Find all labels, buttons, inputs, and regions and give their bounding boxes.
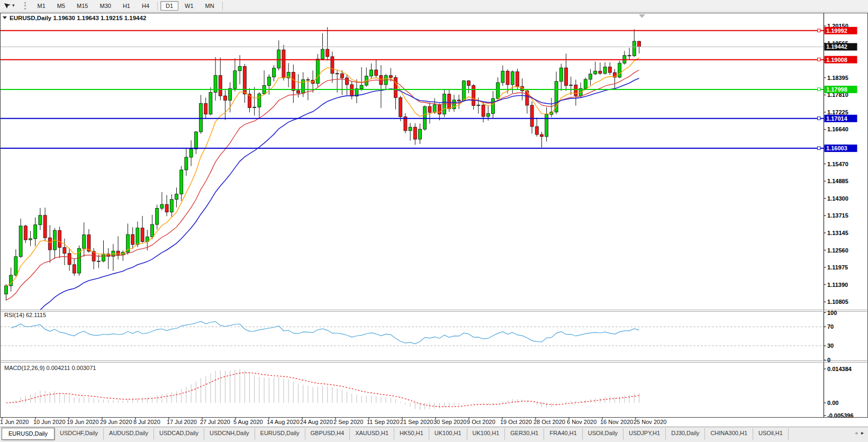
candle-body (326, 49, 329, 57)
level-price-label: 1.19992 (826, 28, 847, 34)
chart-tab-usdjpy-h1[interactable]: USDJPY,H1 (623, 428, 666, 440)
date-tick-label: 30 Sep 2020 (433, 419, 466, 425)
level-line-handle (818, 29, 821, 32)
date-axis: 1 Jun 202010 Jun 202019 Jun 202029 Jun 2… (0, 418, 666, 426)
chart-title: EURUSD,Daily 1.19630 1.19643 1.19215 1.1… (10, 15, 146, 21)
chart-tab-usoil-h1[interactable]: USOil,H1 (753, 428, 789, 440)
price-tick-label: 1.12560 (827, 247, 848, 254)
date-tick-label: 9 Oct 2020 (467, 419, 495, 425)
price-tick-label: 1.14300 (827, 195, 848, 202)
candle-body (316, 59, 319, 83)
chart-tab-gbpusd-h4[interactable]: GBPUSD,H4 (305, 428, 350, 440)
date-tick-label: 28 Oct 2020 (534, 419, 565, 425)
chart-tab-eurusd-daily[interactable]: EURUSD,Daily (2, 428, 55, 440)
date-tick-label: 6 Nov 2020 (567, 419, 596, 425)
candle-body (160, 204, 164, 208)
candle-body (267, 77, 270, 85)
price-tick-label: 1.15470 (827, 161, 848, 167)
chart-tab-ger30-h1[interactable]: GER30,H1 (505, 428, 544, 440)
candle-body (224, 96, 227, 100)
candle-body (535, 127, 538, 134)
chart-tab-usdchf-daily[interactable]: USDCHF,Daily (55, 428, 104, 440)
chart-shift-marker[interactable] (639, 14, 645, 18)
timeframe-button-h1[interactable]: H1 (117, 1, 135, 11)
candle-body (399, 97, 402, 116)
candle-body (43, 215, 47, 238)
timeframe-button-m1[interactable]: M1 (32, 1, 51, 11)
candle-body (156, 208, 159, 224)
candle-body (457, 100, 460, 101)
candle-body (370, 70, 373, 76)
candle-body (360, 85, 363, 89)
level-line-1.17014[interactable]: 1.17014 (1, 115, 857, 122)
chart-tab-fra40-h1[interactable]: FRA40,H1 (544, 428, 582, 440)
toolbar-separator (222, 2, 223, 10)
candle-body (24, 226, 27, 240)
rsi-tick-label: 30 (827, 342, 834, 349)
cursor-tool-icon (3, 2, 11, 10)
level-price-label: 1.17998 (826, 86, 847, 93)
candle-body (340, 74, 343, 78)
level-line-1.19992[interactable]: 1.19992 (1, 27, 857, 34)
chart-tab-uk100-h1[interactable]: UK100,H1 (467, 428, 505, 440)
level-line-1.19008[interactable]: 1.19008 (1, 56, 857, 64)
chart-tab-audusd-daily[interactable]: AUDUSD,Daily (104, 428, 154, 440)
chart-tab-usdcad-daily[interactable]: USDCAD,Daily (154, 428, 204, 440)
chart-tab-list: EURUSD,DailyUSDCHF,DailyAUDUSD,DailyUSDC… (2, 427, 789, 440)
candle-body (599, 71, 602, 73)
date-tick-label: 10 Jun 2020 (33, 419, 66, 425)
candle-body (618, 63, 621, 77)
price-tick-label: 1.17225 (827, 109, 848, 115)
chart-tab-uk100-h1[interactable]: UK100,H1 (429, 428, 467, 440)
candle-body (486, 114, 490, 117)
chart-tab-eurusd-daily[interactable]: EURUSD,Daily (255, 428, 305, 440)
candle-body (453, 100, 456, 109)
timeframe-button-group: M1M5M15M30H1H4D1W1MN (32, 1, 225, 11)
candle-body (574, 85, 577, 96)
timeframe-button-m30[interactable]: M30 (95, 1, 116, 11)
tab-scroll-right-icon[interactable]: ▸ (861, 430, 864, 436)
chart-window: 1.201501.195651.189801.183951.178101.172… (0, 12, 868, 427)
candle-body (530, 105, 534, 127)
rsi-tick-label: 70 (827, 323, 834, 330)
candle-body (97, 261, 100, 261)
date-tick-label: 29 Jun 2020 (100, 419, 132, 425)
timeframe-button-w1[interactable]: W1 (179, 1, 199, 11)
chart-tab-xauusd-h1[interactable]: XAUUSD,H1 (350, 428, 394, 440)
chart-tab-usoil-daily[interactable]: USOil,Daily (583, 428, 623, 440)
timeframe-button-h4[interactable]: H4 (137, 1, 155, 11)
collapse-arrow-icon[interactable] (3, 16, 7, 19)
tab-scroll-left-icon[interactable]: ◂ (855, 430, 857, 436)
candle-body (175, 194, 178, 200)
top-toolbar: ▾ M1M5M15M30H1H4D1W1MN (0, 0, 868, 12)
date-tick-label: 14 Aug 2020 (267, 419, 300, 425)
candle-body (409, 127, 412, 131)
chart-canvas[interactable]: 1.201501.195651.189801.183951.178101.172… (0, 12, 868, 427)
chart-tab-usdcnh-daily[interactable]: USDCNH,Daily (204, 428, 255, 440)
timeframe-button-mn[interactable]: MN (200, 1, 220, 11)
price-tick-label: 1.13715 (827, 212, 848, 219)
date-tick-label: 21 Sep 2020 (400, 419, 433, 425)
level-line-1.16003[interactable]: 1.16003 (1, 145, 857, 152)
price-tick-label: 1.18395 (827, 75, 848, 81)
timeframe-button-m15[interactable]: M15 (71, 1, 93, 11)
candle-body (608, 67, 611, 73)
timeframe-button-d1[interactable]: D1 (160, 1, 178, 11)
candle-body (131, 234, 134, 245)
chart-tab-dj30-daily[interactable]: DJ30,Daily (666, 428, 705, 440)
candle-body (292, 72, 295, 91)
toolbar-grip-handle[interactable] (24, 2, 28, 10)
candle-body (258, 94, 261, 107)
chart-tab-china300-h1[interactable]: CHINA300,H1 (705, 428, 753, 440)
rsi-label: RSI(14) 62.1115 (4, 312, 46, 318)
line-tool-button[interactable]: ▾ (1, 2, 17, 10)
date-tick-label: 19 Jun 2020 (67, 419, 99, 425)
ma-fast-line (6, 58, 639, 286)
candle-body (282, 50, 285, 78)
level-line-handle (818, 58, 821, 61)
candle-body (428, 106, 431, 112)
chart-tab-hk50-h1[interactable]: HK50,H1 (394, 428, 429, 440)
candle-body (170, 200, 173, 212)
level-line-1.17998[interactable]: 1.17998 (1, 86, 857, 93)
timeframe-button-m5[interactable]: M5 (52, 1, 70, 11)
